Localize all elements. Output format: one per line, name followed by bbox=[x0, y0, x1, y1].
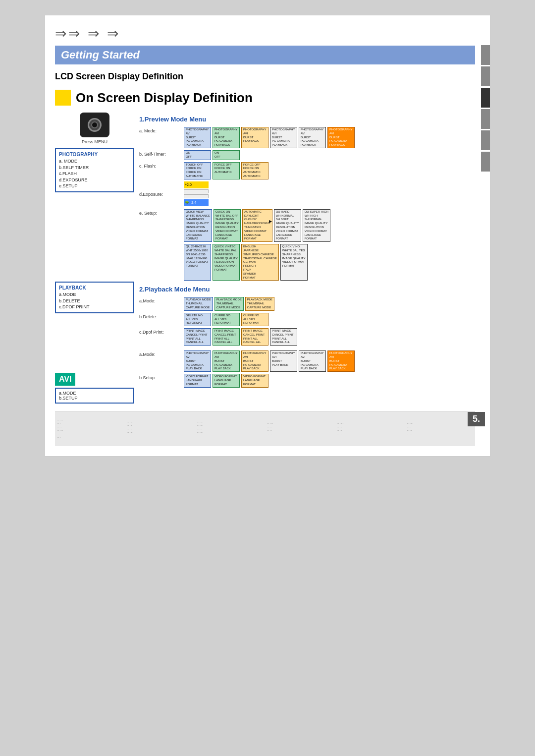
sidebar-tab-6[interactable] bbox=[481, 152, 490, 172]
exposure-top: +2.0 bbox=[184, 181, 209, 188]
avi-menu-item-a: a.MODE bbox=[59, 391, 130, 396]
playback-mode-boxes: PLAYBACK MODETHUMBNAILCAPTURE MODE PLAYB… bbox=[184, 297, 274, 310]
dpof-label: c.Dpof Print: bbox=[139, 328, 184, 335]
playback-menu-item-b: b.DELETE bbox=[59, 298, 130, 304]
avi-label: AVI bbox=[55, 373, 75, 386]
playback-menu-item-a: a.MODE bbox=[59, 291, 130, 298]
page-container: ⇒⇒ ⇒ ⇒ Getting Started LCD Screen Displa… bbox=[45, 15, 490, 457]
bottom-col-3: · · · · ·· · · · ·· · · ·· · · · ·· · · bbox=[197, 420, 263, 438]
setup-box-3: ▶ AUTOMATICDAYLIGHTCLOUDYHAFLORESSCENTTU… bbox=[242, 209, 272, 242]
exposure-label: d.Exposure: bbox=[139, 190, 184, 197]
avi-mode-box-6: PHOTOGRAPHYAVIBURSTPC CAMERAPLAY BACK bbox=[327, 350, 355, 372]
bottom-strip: · · · · ·· · ·· · · ·· · · · ·· · ·· · ·… bbox=[55, 411, 475, 446]
photo-menu-item-a: a. MODE bbox=[59, 158, 130, 165]
bottom-col-6: · · · · ·· · ·· · · ·· · · · · bbox=[407, 422, 473, 436]
pb-mode-box-3: PLAYBACK MODETHUMBNAILCAPTURE MODE bbox=[245, 297, 274, 310]
avi-menu-item-b: b.SETUP bbox=[59, 396, 130, 401]
avi-setup-box-3: VIDEO FORMATLANGUAGEFORMAT bbox=[241, 374, 268, 387]
setup-box-r2-1: QU 2848x2136WHT 2560x1920SN 2048x1536IMA… bbox=[184, 244, 211, 281]
lcd-title-text: LCD Screen Display Definition bbox=[55, 71, 183, 81]
dpof-row: c.Dpof Print: PRINT IMAGECANCEL PRINTPRI… bbox=[139, 328, 475, 346]
delete-row: b.Delete: DELETE NOALL YESREFORMAT CURRE… bbox=[139, 313, 475, 326]
sidebar-tab-5[interactable] bbox=[481, 130, 490, 150]
avi-mode-label: a.Mode: bbox=[139, 350, 184, 357]
exposure-row: d.Exposure: +2.0 🌳-2.4 bbox=[139, 181, 475, 206]
dpof-box-4: PRINT IMAGECANCEL PRINTPRINT ALLCANCEL A… bbox=[270, 328, 297, 346]
photo-menu-item-b: b.SELF TIMER bbox=[59, 165, 130, 171]
lcd-title: LCD Screen Display Definition bbox=[55, 71, 475, 82]
bottom-col-1: · · · · ·· · ·· · · ·· · · · ·· · ·· · · bbox=[57, 418, 123, 439]
delete-boxes: DELETE NOALL YESREFORMAT CURRE NOALL YES… bbox=[184, 313, 268, 326]
dpof-box-2: PRINT IMAGECANCEL PRINTPRINT ALLCANCEL A… bbox=[213, 328, 240, 346]
pb-mode-box-1: PLAYBACK MODETHUMBNAILCAPTURE MODE bbox=[184, 297, 213, 310]
sidebar-tab-3[interactable] bbox=[481, 88, 490, 108]
bottom-col-4: · · · · ·· · · ·· · · ·· · · · bbox=[267, 422, 333, 436]
mode-box-1: PHOTOGRAPHYAVIBURSTPC CAMERAPLAYBACK bbox=[184, 127, 211, 148]
dpof-box-1: PRINT IMAGECANCEL PRINTPRINT ALLCANCEL A… bbox=[184, 328, 211, 346]
flash-box-3: FORCE OFFFORCE ONAUTOMATICAUTOMATIC bbox=[241, 162, 268, 179]
avi-setup-row: b.Setup: VIDEO FORMATLANGUAGEFORMAT VIDE… bbox=[139, 374, 475, 387]
flash-boxes: TOUCH OFFFORCE ONFORCE ONAUTOMATIC FORCE… bbox=[184, 162, 268, 179]
avi-section: AVI a.MODE b.SETUP bbox=[55, 373, 134, 404]
left-panel: Press MENU PHOTOGRAPHY a. MODE b.SELF TI… bbox=[55, 113, 134, 407]
right-panel: 1.Preview Mode Menu a. Mode: PHOTOGRAPHY… bbox=[139, 113, 475, 407]
avi-mode-box-5: PHOTOGRAPHYAVIBURSTPC CAMERAPLAY BACK bbox=[299, 350, 326, 372]
playback-mode-row: a.Mode: PLAYBACK MODETHUMBNAILCAPTURE MO… bbox=[139, 297, 475, 310]
exposure-display: +2.0 🌳-2.4 bbox=[184, 181, 209, 206]
section1-header: 1.Preview Mode Menu bbox=[139, 116, 475, 123]
mode-box-2: PHOTOGRAPHYAVIBURSTPC CAMERAPLAYBACK bbox=[213, 127, 240, 148]
mode-a-boxes: PHOTOGRAPHYAVIBURSTPC CAMERAPLAYBACK PHO… bbox=[184, 127, 355, 148]
exposure-bottom: 🌳-2.4 bbox=[184, 199, 209, 206]
avi-setup-boxes: VIDEO FORMATLANGUAGEFORMAT VIDEO FORMATL… bbox=[184, 374, 268, 387]
self-timer-boxes: ONOFF ONOFF bbox=[184, 150, 240, 160]
sidebar-tab-1[interactable] bbox=[481, 45, 490, 65]
flash-label: c. Flash: bbox=[139, 162, 184, 169]
getting-started-banner: Getting Started bbox=[55, 46, 475, 64]
self-timer-label: b. Self-Timer: bbox=[139, 150, 184, 157]
section2-header: 2.Playback Mode Menu bbox=[139, 286, 475, 293]
avi-mode-row: a.Mode: PHOTOGRAPHYAVIBURSTPC CAMERAPLAY… bbox=[139, 350, 475, 372]
setup-box-5: QU SUPER HIGHWH HIGHSH NORMALIMAGE QUALI… bbox=[303, 209, 330, 242]
mode-a-row: a. Mode: PHOTOGRAPHYAVIBURSTPC CAMERAPLA… bbox=[139, 127, 475, 148]
mode-box-6: PHOTOGRAPHYAVIBURSTPC CAMERAPLAYBACK bbox=[327, 127, 355, 148]
setup-box-2: QUICK ONWHITE BAL OFFSHARPNESSIMAGE QUAL… bbox=[214, 209, 241, 242]
photography-menu-title: PHOTOGRAPHY bbox=[59, 151, 130, 158]
flash-box-1: TOUCH OFFFORCE ONFORCE ONAUTOMATIC bbox=[184, 162, 211, 179]
press-menu-label: Press MENU bbox=[82, 139, 107, 144]
avi-menu-box: a.MODE b.SETUP bbox=[55, 388, 134, 404]
camera-lens-inner bbox=[91, 121, 98, 128]
header-arrows: ⇒⇒ ⇒ ⇒ bbox=[55, 25, 475, 42]
avi-mode-box-2: PHOTOGRAPHYAVIBURSTPC CAMERAPLAY BACK bbox=[213, 350, 240, 372]
sidebar-tab-2[interactable] bbox=[481, 66, 490, 86]
photo-menu-item-e: e.SETUP bbox=[59, 183, 130, 189]
playback-menu-title: PLAYBACK bbox=[59, 285, 130, 291]
osd-title-row: On Screen Display Definition bbox=[55, 90, 475, 106]
main-content: Press MENU PHOTOGRAPHY a. MODE b.SELF TI… bbox=[55, 113, 475, 407]
setup-box-r2-4: QUICK V NOWHITE BAL YESSHARPNESSIMAGE QU… bbox=[280, 244, 308, 281]
mode-box-5: PHOTOGRAPHYAVIBURSTPC CAMERAPLAYBACK bbox=[299, 127, 326, 148]
self-timer-box-1: ONOFF bbox=[184, 150, 211, 160]
camera-icon bbox=[80, 113, 109, 137]
setup-box-4: QU HARDWH NORMALSH SOFTIMAGE QUALITYRESO… bbox=[274, 209, 301, 242]
sidebar-tab-4[interactable] bbox=[481, 109, 490, 129]
mode-box-4: PHOTOGRAPHYAVIBURSTPC CAMERAPLAYBACK bbox=[270, 127, 297, 148]
self-timer-box-2: ONOFF bbox=[213, 150, 240, 160]
avi-setup-box-2: VIDEO FORMATLANGUAGEFORMAT bbox=[213, 374, 240, 387]
setup-box-r2-3: ENGLISHJAPANESESIMPLIFIED CHINESETRADITI… bbox=[241, 244, 279, 281]
avi-setup-label: b.Setup: bbox=[139, 374, 184, 380]
playback-menu-item-c: c.DPOF PRINT bbox=[59, 304, 130, 310]
exposure-bar-2 bbox=[184, 194, 209, 198]
dpof-boxes: PRINT IMAGECANCEL PRINTPRINT ALLCANCEL A… bbox=[184, 328, 297, 346]
dpof-box-3: PRINT IMAGECANCEL PRINTPRINT ALLCANCEL A… bbox=[241, 328, 268, 346]
camera-area: Press MENU bbox=[55, 113, 134, 144]
avi-mode-box-1: PHOTOGRAPHYAVIBURSTPC CAMERAPLAY BACK bbox=[184, 350, 211, 372]
setup-box-1: QUICK VIEWWHITE BALANCESHARPNESSIMAGE QU… bbox=[184, 209, 212, 242]
camera-lens bbox=[88, 118, 102, 132]
pb-mode-box-2: PLAYBACK MODETHUMBNAILCAPTURE MODE bbox=[214, 297, 244, 310]
delete-label: b.Delete: bbox=[139, 313, 184, 319]
osd-yellow-icon bbox=[55, 90, 71, 106]
setup-box-r2-2: QUICK V NTSCWHITE BAL PALSHARPNESSIMAGE … bbox=[213, 244, 240, 281]
exposure-bar-1 bbox=[184, 189, 209, 193]
avi-mode-box-4: PHOTOGRAPHYAVIBURSTPLAY BACK bbox=[270, 350, 297, 372]
playback-menu-box: PLAYBACK a.MODE b.DELETE c.DPOF PRINT bbox=[55, 282, 134, 313]
